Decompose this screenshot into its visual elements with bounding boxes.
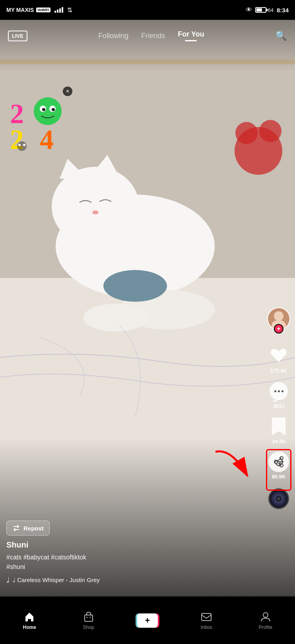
shop-label: Shop (83, 625, 94, 630)
svg-text:♪: ♪ (273, 494, 275, 497)
battery: 64 (255, 7, 274, 13)
carrier-label: MY MAXIS (6, 7, 34, 13)
like-icon-wrap (268, 345, 289, 366)
bookmark-action[interactable]: 14.3K (268, 416, 289, 444)
bookmark-count: 14.3K (272, 438, 286, 444)
comment-icon (270, 382, 288, 400)
comment-dots (274, 390, 283, 392)
comment-count: 3012 (273, 403, 285, 409)
svg-point-22 (17, 141, 27, 151)
svg-point-37 (277, 497, 280, 500)
nav-tabs: Following Friends For You (27, 30, 275, 41)
svg-point-6 (92, 210, 99, 214)
hashtags[interactable]: #cats #babycat #catsoftiktok #shuni (6, 553, 257, 572)
share-icon (268, 451, 289, 472)
sticker-2024: 2 2 4 (8, 87, 72, 151)
shop-icon (83, 611, 94, 622)
svg-point-24 (23, 144, 25, 146)
profile-icon (260, 611, 271, 622)
svg-point-41 (86, 617, 87, 618)
disc-svg: ♪ (270, 488, 288, 509)
home-icon (24, 611, 35, 622)
repost-icon (12, 524, 20, 532)
clock: 8:34 (277, 7, 289, 13)
status-bar: MY MAXIS VoWiFi ⇅ 👁 64 8:34 (0, 0, 295, 20)
bottom-nav: Home Shop + Inbox (0, 596, 295, 644)
create-button[interactable]: + (137, 613, 158, 628)
svg-point-18 (42, 108, 45, 111)
inbox-icon (201, 611, 212, 622)
like-count: 171.4K (270, 368, 287, 374)
profile-label: Profile (259, 625, 272, 630)
avatar-action[interactable]: + (267, 307, 290, 332)
nav-item-profile[interactable]: Profile (236, 611, 295, 630)
like-action[interactable]: 171.4K (268, 345, 289, 374)
nav-item-home[interactable]: Home (0, 611, 59, 630)
plus-symbol: + (145, 615, 150, 626)
signal-bar-1 (54, 11, 56, 13)
live-button[interactable]: LIVE (8, 31, 27, 41)
music-disc-action[interactable]: ♪ (268, 488, 289, 509)
wifi-icon: ⇅ (67, 6, 72, 14)
dot-3 (281, 390, 283, 392)
svg-rect-13 (0, 60, 295, 64)
bookmark-icon (270, 417, 287, 436)
avatar-container: + (267, 307, 290, 330)
music-info[interactable]: ♩ ♩ Careless Whisper - Justin Grey (6, 576, 257, 584)
nav-item-shop[interactable]: Shop (59, 611, 118, 630)
repost-label: Repost (23, 525, 44, 532)
eye-icon: 👁 (246, 6, 252, 13)
status-right: 👁 64 8:34 (246, 6, 289, 13)
svg-point-23 (18, 144, 21, 146)
music-disc: ♪ (268, 488, 289, 509)
dot-1 (274, 390, 276, 392)
signal-bar-4 (62, 7, 63, 13)
battery-fill (256, 8, 262, 12)
sticker-close-button[interactable]: ✕ (63, 87, 72, 96)
right-actions: + 171.4K 3012 (267, 307, 290, 509)
follow-plus-button[interactable]: + (274, 324, 283, 334)
share-count: 80.9K (272, 474, 286, 480)
share-arrow-icon (273, 456, 285, 468)
svg-point-42 (89, 617, 91, 618)
share-icon-wrap (268, 451, 289, 472)
svg-point-12 (259, 120, 281, 142)
top-nav: LIVE Following Friends For You 🔍 (0, 20, 295, 52)
svg-point-26 (274, 311, 283, 321)
tab-following[interactable]: Following (98, 32, 128, 40)
svg-point-11 (235, 122, 258, 144)
comment-icon-wrap (268, 381, 289, 401)
tab-friends[interactable]: Friends (141, 32, 165, 40)
comment-action[interactable]: 3012 (268, 381, 289, 409)
bottom-info: Repost Shuni #cats #babycat #catsoftikto… (0, 521, 263, 584)
svg-point-15 (34, 97, 62, 125)
plus-bg-white: + (137, 613, 158, 628)
nav-item-create[interactable]: + (118, 613, 177, 628)
bookmark-icon-wrap (268, 416, 289, 437)
signal-bar-2 (57, 10, 58, 13)
svg-line-31 (278, 459, 280, 461)
active-tab-underline (185, 40, 197, 41)
inbox-label: Inbox (201, 625, 212, 630)
signal-bars (54, 7, 63, 13)
music-note-icon: ♩ (6, 576, 10, 584)
svg-rect-40 (85, 615, 93, 621)
vowifi-badge: VoWiFi (36, 8, 50, 12)
battery-tip (266, 9, 268, 11)
status-left: MY MAXIS VoWiFi ⇅ (6, 6, 72, 14)
author-name[interactable]: Shuni (6, 540, 257, 550)
svg-point-9 (103, 270, 167, 302)
music-title: ♩ Careless Whisper - Justin Grey (13, 577, 100, 584)
heart-icon (270, 348, 287, 364)
svg-text:4: 4 (40, 124, 54, 151)
signal-bar-3 (59, 8, 61, 13)
svg-point-19 (52, 108, 55, 111)
red-arrow-annotation (208, 444, 255, 493)
search-icon[interactable]: 🔍 (275, 30, 287, 41)
share-action[interactable]: 80.9K (268, 451, 289, 480)
battery-box (255, 7, 266, 13)
svg-rect-43 (202, 613, 211, 621)
repost-button[interactable]: Repost (6, 521, 50, 536)
tab-for-you[interactable]: For You (178, 30, 204, 41)
nav-item-inbox[interactable]: Inbox (177, 611, 236, 630)
